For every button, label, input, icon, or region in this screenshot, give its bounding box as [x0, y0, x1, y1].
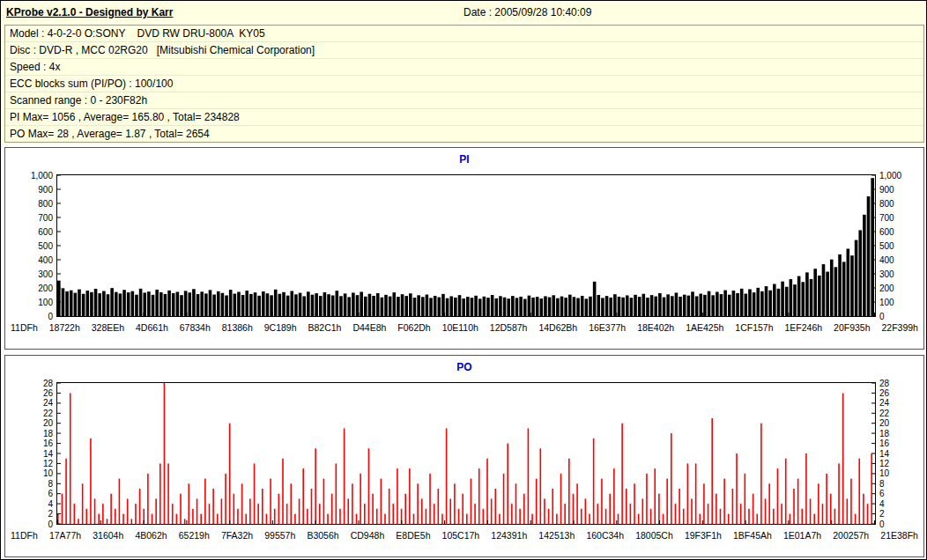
po-x-tick-label: 7FA32h [221, 530, 253, 541]
scan-date: Date : 2005/09/28 10:40:09 [464, 6, 591, 18]
pi-x-tick-label: 9C189h [264, 322, 297, 333]
pi-x-tick-label: 20F935h [834, 322, 870, 333]
pi-y-tick-label-left: 800 [16, 199, 53, 209]
pi-y-tick-label-right: 800 [879, 199, 916, 209]
pi-y-tick-label-left: 700 [16, 213, 53, 223]
pi-plot-area [56, 174, 876, 317]
po-x-tick-label: 31604h [93, 530, 123, 541]
po-x-tick-label: 1BF45Ah [733, 530, 772, 541]
pi-x-tick-label: 1EF246h [785, 322, 823, 333]
po-x-tick-label: 160C34h [586, 530, 624, 541]
po-y-tick-label-left: 2 [16, 509, 53, 519]
po-y-tick-label-left: 26 [16, 388, 53, 398]
po-chart-panel: PO 11DFh17A77h31604h4B062h65219h7FA32h99… [4, 355, 924, 557]
pi-chart-panel: PI 11DFh18722h328EEh4D661h67834h81386h9C… [4, 147, 924, 350]
po-y-tick-label-right: 24 [879, 398, 916, 408]
po-y-tick-label-left: 28 [16, 379, 53, 388]
pi-y-tick-label-left: 600 [16, 227, 53, 237]
po-x-tick-label: CD948h [351, 530, 385, 541]
po-y-tick-label-left: 24 [16, 398, 53, 408]
po-x-tick-label: 65219h [179, 530, 210, 541]
po-chart-title: PO [5, 361, 923, 373]
header-region: KProbe v2.1.0 - Designed by Karr Date : … [1, 1, 926, 144]
po-y-tick-label-right: 2 [879, 509, 916, 519]
pi-y-tick-label-right: 1,000 [879, 171, 916, 181]
kprobe-window: { "colors": { "header_bg": "#FFFFE1", "c… [0, 0, 927, 560]
pi-x-tick-label: B82C1h [308, 322, 342, 333]
po-x-tick-label: B3056h [307, 530, 338, 541]
pi-y-tick-label-right: 500 [879, 241, 916, 251]
pi-y-tick-label-left: 1,000 [16, 171, 53, 181]
info-row-model: Model : 4-0-2-0 O:SONY DVD RW DRU-800A K… [5, 26, 923, 42]
po-y-tick-label-left: 6 [16, 489, 53, 498]
pi-x-tick-label: 22F399h [881, 322, 917, 333]
po-y-tick-label-left: 12 [16, 459, 53, 468]
pi-x-axis-labels: 11DFh18722h328EEh4D661h67834h81386h9C189… [11, 322, 918, 333]
pi-y-tick-label-left: 500 [16, 241, 53, 251]
po-x-tick-label: 17A77h [49, 530, 81, 541]
pi-y-tick-label-left: 100 [16, 298, 53, 307]
po-y-tick-label-right: 22 [879, 409, 916, 418]
po-y-tick-label-left: 22 [16, 409, 53, 418]
info-row-po-stats: PO Max= 28 , Average= 1.87 , Total= 2654 [5, 126, 923, 143]
pi-x-tick-label: 67834h [180, 322, 211, 333]
po-x-tick-label: 21E38Fh [880, 530, 918, 541]
info-row-pi-stats: PI Max= 1056 , Average= 165.80 , Total= … [5, 109, 923, 126]
po-x-tick-label: E8DE5h [396, 530, 430, 541]
po-y-tick-label-right: 8 [879, 479, 916, 489]
pi-x-tick-label: 12D587h [490, 322, 528, 333]
po-x-tick-label: 4B062h [135, 530, 167, 541]
info-row-speed: Speed : 4x [5, 59, 923, 76]
scan-info-panel: Model : 4-0-2-0 O:SONY DVD RW DRU-800A K… [4, 25, 924, 143]
po-x-tick-label: 105C17h [442, 530, 480, 541]
po-x-tick-label: 19F3F1h [685, 530, 722, 541]
po-y-tick-label-right: 28 [879, 379, 916, 388]
po-y-tick-label-right: 6 [879, 489, 916, 498]
app-title: KProbe v2.1.0 - Designed by Karr [6, 6, 173, 18]
po-y-tick-label-right: 0 [879, 519, 916, 529]
po-bars [57, 383, 875, 524]
pi-y-tick-label-right: 400 [879, 255, 916, 265]
pi-x-tick-label: 18722h [49, 322, 80, 333]
pi-x-tick-label: 4D661h [136, 322, 168, 333]
po-y-tick-label-left: 0 [16, 519, 53, 529]
po-y-tick-label-left: 20 [16, 418, 53, 428]
pi-chart-title: PI [5, 153, 923, 166]
po-x-tick-label: 142513h [538, 530, 575, 541]
pi-y-tick-label-right: 0 [879, 312, 916, 321]
po-x-tick-label: 11DFh [11, 530, 38, 541]
pi-y-tick-label-right: 900 [879, 185, 916, 195]
po-y-tick-label-right: 14 [879, 449, 916, 459]
po-y-tick-label-left: 18 [16, 429, 53, 438]
pi-x-tick-label: 14D62Bh [538, 322, 577, 333]
pi-x-tick-label: 11DFh [11, 322, 38, 333]
info-row-range: Scanned range : 0 - 230F82h [5, 92, 923, 109]
pi-x-tick-label: D44E8h [352, 322, 386, 333]
pi-x-tick-label: 81386h [222, 322, 253, 333]
po-x-tick-label: 124391h [491, 530, 527, 541]
pi-y-tick-label-right: 200 [879, 284, 916, 293]
pi-x-tick-label: 16E377h [589, 322, 626, 333]
pi-x-tick-label: 18E402h [637, 322, 674, 333]
po-y-tick-label-right: 4 [879, 499, 916, 509]
pi-y-tick-label-left: 200 [16, 284, 53, 293]
pi-x-tick-label: 1CF157h [735, 322, 773, 333]
pi-x-tick-label: 1AE425h [686, 322, 723, 333]
po-x-tick-label: 1E01A7h [783, 530, 821, 541]
pi-x-tick-label: 10E110h [442, 322, 478, 333]
po-y-tick-label-right: 10 [879, 468, 916, 478]
pi-x-tick-label: 328EEh [92, 322, 124, 333]
po-plot-area [56, 382, 876, 525]
po-x-tick-label: 99557h [264, 530, 295, 541]
po-y-tick-label-right: 18 [879, 429, 916, 438]
po-y-tick-label-left: 16 [16, 438, 53, 448]
po-x-tick-label: 18005Ch [635, 530, 673, 541]
po-x-axis-labels: 11DFh17A77h31604h4B062h65219h7FA32h99557… [11, 530, 918, 541]
pi-y-tick-label-left: 300 [16, 269, 53, 279]
pi-y-tick-label-right: 100 [879, 298, 916, 307]
po-y-tick-label-right: 26 [879, 388, 916, 398]
pi-y-tick-label-left: 0 [16, 312, 53, 321]
po-y-tick-label-right: 16 [879, 438, 916, 448]
po-y-tick-label-left: 8 [16, 479, 53, 489]
info-row-disc: Disc : DVD-R , MCC 02RG20 [Mitsubishi Ch… [5, 42, 923, 59]
